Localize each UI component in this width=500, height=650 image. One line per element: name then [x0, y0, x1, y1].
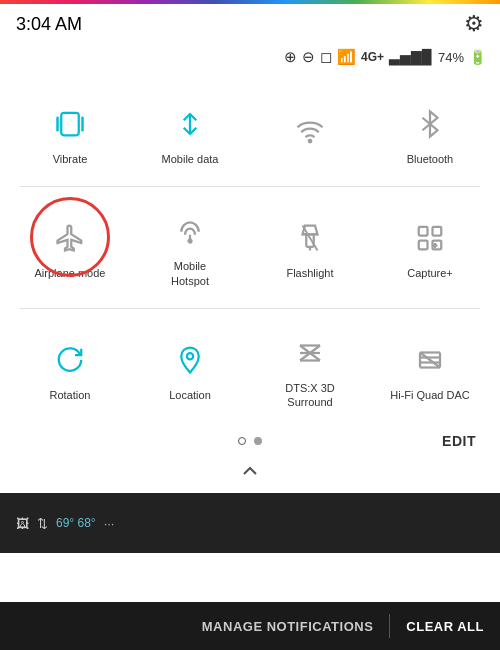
qs-rotation[interactable]: Rotation [14, 321, 126, 418]
qs-dts[interactable]: DTS:X 3D Surround [254, 321, 366, 418]
airplane-label: Airplane mode [35, 266, 106, 280]
qs-bluetooth[interactable]: Bluetooth [374, 92, 486, 174]
svg-point-3 [309, 140, 312, 143]
svg-point-5 [189, 240, 192, 243]
settings-icon[interactable]: ⚙ [464, 11, 484, 37]
qs-row-3: Rotation Location [10, 313, 490, 426]
svg-rect-0 [61, 113, 79, 136]
qs-hotspot[interactable]: Mobile Hotspot [134, 199, 246, 296]
bluetooth-label: Bluetooth [407, 152, 453, 166]
signal-bars-icon: ▃▅▇▉ [389, 49, 433, 65]
location-label: Location [169, 388, 211, 402]
collapse-arrow[interactable] [0, 453, 500, 493]
qs-flashlight[interactable]: Flashlight [254, 199, 366, 296]
svg-rect-11 [419, 227, 428, 236]
bottom-action-bar: MANAGE NOTIFICATIONS CLEAR ALL [0, 602, 500, 650]
notification-panel: 🖼 ⇅ 69° 68° ··· [0, 493, 500, 553]
svg-line-29 [420, 353, 440, 368]
bluetooth-icon [406, 100, 454, 148]
qs-vibrate[interactable]: Vibrate [14, 92, 126, 174]
minus-circle-icon: ⊖ [302, 48, 315, 66]
dts-icon [286, 329, 334, 377]
hifi-icon [406, 336, 454, 384]
flashlight-label: Flashlight [286, 266, 333, 280]
qs-capture-plus[interactable]: Capture+ [374, 199, 486, 296]
image-notif-icon: 🖼 [16, 516, 29, 531]
capture-plus-label: Capture+ [407, 266, 453, 280]
hotspot-label: Mobile Hotspot [171, 259, 209, 288]
dot-2[interactable] [254, 437, 262, 445]
svg-rect-13 [419, 241, 428, 250]
status-time: 3:04 AM [16, 14, 82, 35]
svg-rect-12 [433, 227, 442, 236]
dot-1[interactable] [238, 437, 246, 445]
notif-icons: 🖼 ⇅ 69° 68° ··· [16, 516, 484, 531]
sync-notif-icon: ⇅ [37, 516, 48, 531]
capture-plus-icon [406, 214, 454, 262]
rotation-label: Rotation [50, 388, 91, 402]
wifi-icon: 📶 [337, 48, 356, 66]
svg-point-17 [187, 353, 193, 359]
flashlight-icon [286, 214, 334, 262]
quick-settings-panel: Vibrate Mobile data [0, 74, 500, 425]
vibrate-icon [46, 100, 94, 148]
temp-label: 69° 68° [56, 516, 96, 530]
pagination-dots: EDIT [0, 425, 500, 453]
mobile-data-label: Mobile data [162, 152, 219, 166]
battery-saver-icon: ◻ [320, 48, 332, 66]
hotspot-icon [166, 207, 214, 255]
battery-icon: 🔋 [469, 49, 486, 65]
add-circle-icon: ⊕ [284, 48, 297, 66]
qs-row-1: Vibrate Mobile data [10, 84, 490, 182]
airplane-icon [46, 214, 94, 262]
vibrate-label: Vibrate [53, 152, 88, 166]
status-icons-row: ⊕ ⊖ ◻ 📶 4G+ ▃▅▇▉ 74% 🔋 [0, 44, 500, 74]
mobile-data-icon [166, 100, 214, 148]
location-icon [166, 336, 214, 384]
more-notif-icon: ··· [104, 516, 115, 531]
qs-wifi[interactable] [254, 92, 366, 174]
clear-all-button[interactable]: CLEAR ALL [390, 619, 500, 634]
qs-location[interactable]: Location [134, 321, 246, 418]
svg-rect-6 [306, 235, 314, 248]
status-bar: 3:04 AM ⚙ [0, 4, 500, 44]
qs-hifi[interactable]: Hi-Fi Quad DAC [374, 321, 486, 418]
hifi-label: Hi-Fi Quad DAC [390, 388, 469, 402]
dts-label: DTS:X 3D Surround [285, 381, 335, 410]
rotation-icon [46, 336, 94, 384]
manage-notifications-button[interactable]: MANAGE NOTIFICATIONS [186, 619, 390, 634]
qs-row-2: Airplane mode Mobile Hotspot [10, 191, 490, 304]
qs-mobile-data[interactable]: Mobile data [134, 92, 246, 174]
battery-percent: 74% [438, 50, 464, 65]
edit-button[interactable]: EDIT [442, 433, 476, 449]
qs-airplane-mode[interactable]: Airplane mode [14, 199, 126, 296]
wifi-qs-icon [286, 107, 334, 155]
network-icon: 4G+ [361, 50, 384, 64]
